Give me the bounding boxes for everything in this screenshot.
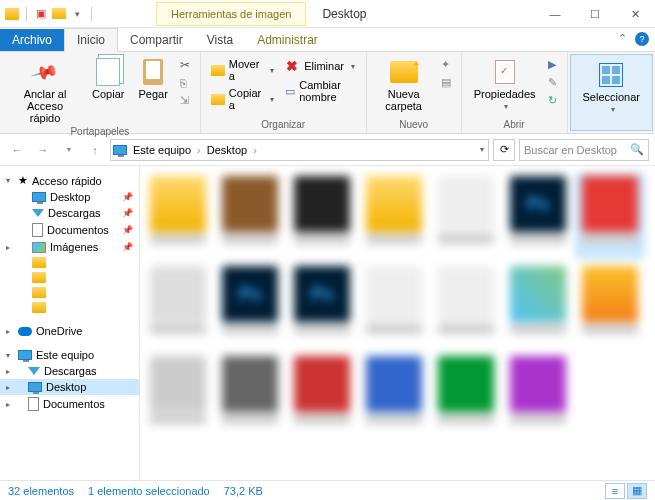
tree-subfolder[interactable] xyxy=(0,255,139,270)
move-to-button[interactable]: Mover a xyxy=(207,56,278,84)
close-button[interactable]: ✕ xyxy=(615,0,655,28)
tree-subfolder[interactable] xyxy=(0,285,139,300)
tree-desktop2[interactable]: ▸Desktop xyxy=(0,379,139,395)
file-item[interactable] xyxy=(290,356,354,436)
tree-documents[interactable]: Documentos📌 xyxy=(0,221,139,239)
open-button[interactable]: ▶ xyxy=(544,56,561,73)
tree-subfolder[interactable] xyxy=(0,300,139,315)
copy-path-button[interactable]: ⎘ xyxy=(176,75,194,91)
search-input[interactable]: Buscar en Desktop 🔍 xyxy=(519,139,649,161)
nav-tree[interactable]: ▾★Acceso rápido Desktop📌 Descargas📌 Docu… xyxy=(0,166,140,480)
folder-icon xyxy=(32,257,46,268)
tab-file[interactable]: Archivo xyxy=(0,29,64,51)
file-item[interactable] xyxy=(434,176,498,256)
file-item[interactable] xyxy=(506,266,570,346)
crumb-sep-icon xyxy=(253,144,257,156)
open-extra: ▶ ✎ ↻ xyxy=(544,56,561,109)
edit-button[interactable]: ✎ xyxy=(544,74,561,91)
copy-to-button[interactable]: Copiar a xyxy=(207,85,278,113)
file-item[interactable] xyxy=(362,266,426,346)
tree-onedrive[interactable]: ▸OneDrive xyxy=(0,323,139,339)
tab-home[interactable]: Inicio xyxy=(64,28,118,52)
tab-view[interactable]: Vista xyxy=(195,29,245,51)
tree-documents2[interactable]: ▸Documentos xyxy=(0,395,139,413)
file-item[interactable] xyxy=(218,176,282,256)
file-item-selected[interactable] xyxy=(578,176,642,256)
file-item[interactable] xyxy=(434,356,498,436)
tree-subfolder[interactable] xyxy=(0,270,139,285)
copy-button[interactable]: Copiar xyxy=(86,56,130,102)
file-item[interactable] xyxy=(146,356,210,436)
details-view-button[interactable]: ≡ xyxy=(605,483,625,499)
thispc-icon xyxy=(113,145,127,155)
history-button[interactable]: ↻ xyxy=(544,92,561,109)
new-folder-button[interactable]: Nueva carpeta xyxy=(373,56,435,114)
ribbon-collapse-icon[interactable]: ⌃ xyxy=(618,32,627,46)
address-dropdown-icon[interactable]: ▾ xyxy=(480,145,484,154)
maximize-button[interactable]: ☐ xyxy=(575,0,615,28)
forward-button[interactable]: → xyxy=(32,139,54,161)
group-organize: Mover a Copiar a ✖Eliminar ▭Cambiar nomb… xyxy=(201,52,367,133)
address-bar[interactable]: Este equipo Desktop ▾ xyxy=(110,139,489,161)
qat-dropdown-icon[interactable]: ▾ xyxy=(69,6,85,22)
status-count: 32 elementos xyxy=(8,485,74,497)
file-view[interactable]: Ps Ps Ps xyxy=(140,166,655,480)
pin-button[interactable]: 📌 Anclar al Acceso rápido xyxy=(6,56,84,126)
minimize-button[interactable]: — xyxy=(535,0,575,28)
open-icon: ▶ xyxy=(548,58,556,71)
icons-view-button[interactable]: ▦ xyxy=(627,483,647,499)
tab-manage[interactable]: Administrar xyxy=(245,29,330,51)
group-open-label: Abrir xyxy=(468,119,561,131)
tree-thispc[interactable]: ▾Este equipo xyxy=(0,347,139,363)
tree-downloads2[interactable]: ▸Descargas xyxy=(0,363,139,379)
scissors-icon: ✂ xyxy=(180,58,190,72)
properties-label: Propiedades xyxy=(474,88,536,100)
file-item[interactable] xyxy=(146,176,210,256)
easy-access-button[interactable]: ▤ xyxy=(437,74,455,91)
tree-quick-access[interactable]: ▾★Acceso rápido xyxy=(0,172,139,189)
file-item[interactable] xyxy=(362,176,426,256)
pin-icon: 📌 xyxy=(26,53,64,91)
file-item[interactable] xyxy=(362,356,426,436)
file-item[interactable] xyxy=(506,356,570,436)
crumb-desktop[interactable]: Desktop xyxy=(203,142,251,158)
tree-pictures[interactable]: ▸Imágenes📌 xyxy=(0,239,139,255)
qat-newfolder-icon[interactable] xyxy=(51,6,67,22)
group-new: Nueva carpeta ✦ ▤ Nuevo xyxy=(367,52,462,133)
file-item[interactable]: Ps xyxy=(290,266,354,346)
up-button[interactable]: ↑ xyxy=(84,139,106,161)
folder-icon xyxy=(32,272,46,283)
new-item-button[interactable]: ✦ xyxy=(437,56,455,73)
delete-button[interactable]: ✖Eliminar xyxy=(280,56,359,76)
new-folder-label: Nueva carpeta xyxy=(379,88,429,112)
paste-button[interactable]: Pegar xyxy=(132,56,173,102)
help-icon[interactable]: ? xyxy=(635,32,649,46)
file-item[interactable]: Ps xyxy=(218,266,282,346)
tree-downloads[interactable]: Descargas📌 xyxy=(0,205,139,221)
recent-dropdown-icon[interactable]: ▾ xyxy=(58,139,80,161)
file-item[interactable] xyxy=(290,176,354,256)
tree-desktop[interactable]: Desktop📌 xyxy=(0,189,139,205)
download-icon xyxy=(32,209,44,217)
status-selected: 1 elemento seleccionado xyxy=(88,485,210,497)
group-new-label: Nuevo xyxy=(373,119,455,131)
properties-button[interactable]: Propiedades xyxy=(468,56,542,113)
file-item[interactable] xyxy=(146,266,210,346)
file-item[interactable]: Ps xyxy=(506,176,570,256)
refresh-button[interactable]: ⟳ xyxy=(493,139,515,161)
easy-access-icon: ▤ xyxy=(441,76,451,89)
monitor-icon xyxy=(32,192,46,202)
file-item[interactable] xyxy=(578,266,642,346)
select-button[interactable]: Seleccionar xyxy=(577,59,646,116)
file-item[interactable] xyxy=(218,356,282,436)
file-item[interactable] xyxy=(434,266,498,346)
qat-properties-icon[interactable]: ▣ xyxy=(33,6,49,22)
rename-button[interactable]: ▭Cambiar nombre xyxy=(280,77,359,105)
crumb-thispc[interactable]: Este equipo xyxy=(129,142,195,158)
tab-share[interactable]: Compartir xyxy=(118,29,195,51)
back-button[interactable]: ← xyxy=(6,139,28,161)
cut-button[interactable]: ✂ xyxy=(176,56,194,74)
copyto-icon xyxy=(211,91,225,107)
explorer-icon xyxy=(4,6,20,22)
paste-shortcut-button[interactable]: ⇲ xyxy=(176,92,194,109)
